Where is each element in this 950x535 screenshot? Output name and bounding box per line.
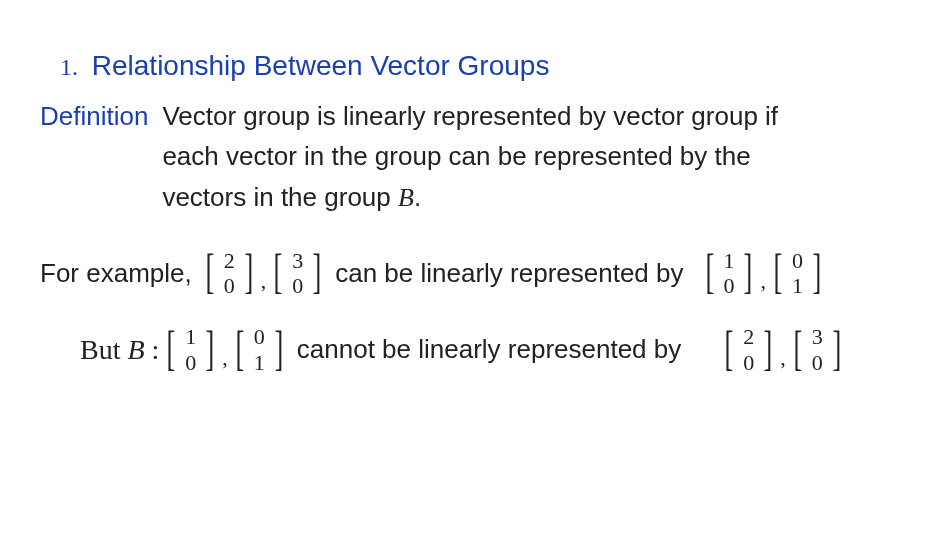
definition-symbol-B: B <box>398 183 414 212</box>
left-bracket-icon: [ <box>705 247 714 295</box>
definition-label: Definition <box>40 96 148 136</box>
definition-body: Vector group is linearly represented by … <box>162 96 778 218</box>
example-row: For example, [ 2 0 ] , [ 3 0 ] can be li… <box>40 246 910 301</box>
right-bracket-icon: ] <box>313 247 322 295</box>
vector-B1: [ 1 0 ] <box>163 322 218 377</box>
right-bracket-icon: ] <box>274 324 283 372</box>
right-bracket-icon: ] <box>244 247 253 295</box>
example-lead: For example, <box>40 258 192 289</box>
vector-A1: [ 2 0 ] <box>202 246 257 301</box>
left-bracket-icon: [ <box>774 247 783 295</box>
counter-vectors-B: [ 1 0 ] , [ 0 1 ] <box>163 322 286 377</box>
comma-separator: , <box>257 268 271 294</box>
vector-B1: [ 1 0 ] <box>702 246 757 301</box>
example-vectors-B: [ 1 0 ] , [ 0 1 ] <box>702 246 825 301</box>
right-bracket-icon: ] <box>206 324 215 372</box>
comma-separator: , <box>218 345 232 371</box>
definition-block: Definition Vector group is linearly repr… <box>40 96 910 218</box>
right-bracket-icon: ] <box>744 247 753 295</box>
comma-separator: , <box>776 345 790 371</box>
counter-lead-prefix: But <box>80 334 127 365</box>
definition-line-1: Vector group is linearly represented by … <box>162 101 778 131</box>
vector-entry: 1 <box>185 324 196 349</box>
vector-A1-col: 2 0 <box>737 322 760 377</box>
vector-entry: 0 <box>224 273 235 298</box>
definition-line-2: each vector in the group can be represen… <box>162 141 750 171</box>
left-bracket-icon: [ <box>205 247 214 295</box>
left-bracket-icon: [ <box>793 324 802 372</box>
right-bracket-icon: ] <box>764 324 773 372</box>
section-title: 1. Relationship Between Vector Groups <box>60 50 910 82</box>
section-title-text: Relationship Between Vector Groups <box>92 50 550 81</box>
vector-entry: 2 <box>743 324 754 349</box>
left-bracket-icon: [ <box>725 324 734 372</box>
slide-page: 1. Relationship Between Vector Groups De… <box>0 0 950 535</box>
vector-A2-col: 3 0 <box>806 322 829 377</box>
vector-entry: 0 <box>254 324 265 349</box>
vector-B2: [ 0 1 ] <box>770 246 825 301</box>
definition-line-3-prefix: vectors in the group <box>162 182 398 212</box>
counter-lead-symbol: B <box>127 334 144 365</box>
counter-lead: But B : <box>80 334 159 366</box>
counter-vectors-A: [ 2 0 ] , [ 3 0 ] <box>721 322 844 377</box>
section-number: 1. <box>60 54 78 80</box>
vector-entry: 1 <box>254 350 265 375</box>
example-vectors-A: [ 2 0 ] , [ 3 0 ] <box>202 246 325 301</box>
vector-entry: 3 <box>292 248 303 273</box>
example-mid-text: can be linearly represented by <box>335 258 683 289</box>
left-bracket-icon: [ <box>274 247 283 295</box>
left-bracket-icon: [ <box>167 324 176 372</box>
vector-entry: 1 <box>792 273 803 298</box>
vector-entry: 0 <box>743 350 754 375</box>
vector-entry: 0 <box>185 350 196 375</box>
vector-B1-col: 1 0 <box>179 322 202 377</box>
definition-line-3-suffix: . <box>414 182 421 212</box>
counterexample-row: But B : [ 1 0 ] , [ 0 1 ] cannot be l <box>80 322 910 377</box>
counter-lead-colon: : <box>145 334 160 365</box>
left-bracket-icon: [ <box>235 324 244 372</box>
vector-B2-col: 0 1 <box>786 246 809 301</box>
vector-A2-col: 3 0 <box>286 246 309 301</box>
vector-entry: 0 <box>812 350 823 375</box>
vector-entry: 0 <box>292 273 303 298</box>
vector-entry: 2 <box>224 248 235 273</box>
comma-separator: , <box>756 268 770 294</box>
vector-A1: [ 2 0 ] <box>721 322 776 377</box>
right-bracket-icon: ] <box>813 247 822 295</box>
vector-entry: 0 <box>723 273 734 298</box>
counter-mid-text: cannot be linearly represented by <box>297 334 681 365</box>
vector-A1-col: 2 0 <box>218 246 241 301</box>
vector-A2: [ 3 0 ] <box>790 322 845 377</box>
vector-entry: 3 <box>812 324 823 349</box>
vector-B2: [ 0 1 ] <box>232 322 287 377</box>
right-bracket-icon: ] <box>832 324 841 372</box>
vector-entry: 0 <box>792 248 803 273</box>
vector-A2: [ 3 0 ] <box>270 246 325 301</box>
vector-B1-col: 1 0 <box>717 246 740 301</box>
vector-B2-col: 0 1 <box>248 322 271 377</box>
vector-entry: 1 <box>723 248 734 273</box>
